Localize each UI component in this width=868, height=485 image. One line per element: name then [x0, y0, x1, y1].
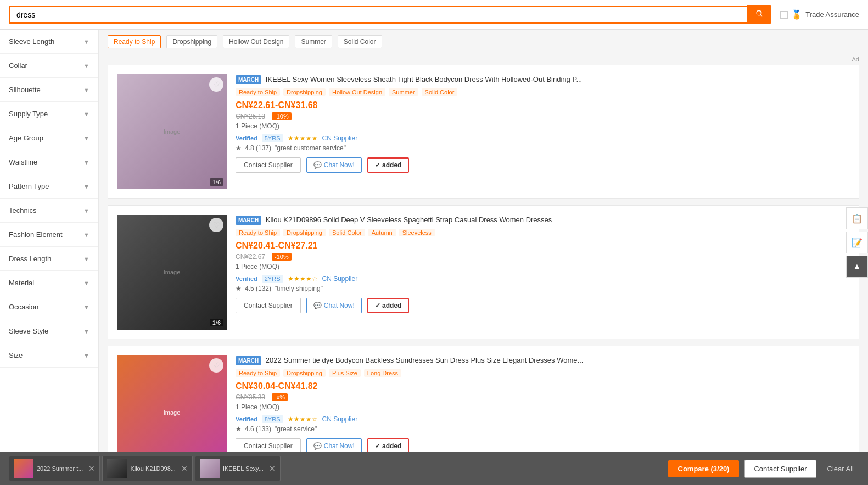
march-badge: MARCH [236, 356, 261, 365]
tag-ready[interactable]: Ready to Ship [236, 88, 280, 96]
top-button[interactable]: ▲ [846, 256, 868, 278]
sidebar-item-age-group[interactable]: Age Group ▼ [0, 126, 98, 150]
image-counter: 1/6 [210, 178, 223, 186]
compare-item: IKEBEL Sexy... ✕ [195, 456, 281, 481]
discount-badge: -x% [272, 393, 288, 401]
product-image-1[interactable]: Image ♡ 1/6 [117, 74, 227, 189]
tag-dropshipping[interactable]: Dropshipping [283, 229, 326, 236]
compare-item-close[interactable]: ✕ [181, 464, 188, 473]
filter-tag-ready-to-ship[interactable]: Ready to Ship [108, 35, 161, 48]
chat-now-button[interactable]: 💬 Chat Now! [306, 298, 362, 313]
clear-all-button[interactable]: Clear All [822, 460, 859, 477]
verified-badge: Verified [236, 135, 257, 142]
contact-supplier-button[interactable]: Contact Supplier [236, 157, 301, 173]
years-badge: 2YRS [262, 275, 283, 283]
wishlist-button[interactable]: ♡ [209, 358, 223, 373]
tag-hollow[interactable]: Hollow Out Design [329, 88, 385, 96]
chat-now-button[interactable]: 💬 Chat Now! [306, 438, 362, 454]
march-badge: MARCH [236, 216, 261, 225]
added-button[interactable]: ✓ added [367, 157, 410, 173]
product-image-2[interactable]: Image ♡ 1/6 [117, 215, 227, 330]
search-input[interactable] [9, 6, 747, 24]
sidebar-item-occasion[interactable]: Occasion ▼ [0, 295, 98, 319]
wishlist-button[interactable]: ♡ [209, 77, 223, 92]
chat-icon: 💬 [313, 442, 322, 450]
rfq-button[interactable]: 📋 [846, 207, 868, 229]
tag-dropshipping[interactable]: Dropshipping [283, 88, 326, 96]
chat-icon: 💬 [313, 302, 322, 309]
product-title-text: Kliou K21D09896 Solid Deep V Sleeveless … [266, 216, 552, 224]
chevron-down-icon: ▼ [83, 38, 89, 45]
product-title[interactable]: MARCH IKEBEL Sexy Women Sleeveless Sheat… [236, 74, 850, 85]
product-card: Image ♡ 1/6 MARCH IKEBEL Sexy Women Slee… [108, 65, 859, 199]
compare-item-close[interactable]: ✕ [269, 464, 276, 473]
sidebar-item-supply-type[interactable]: Supply Type ▼ [0, 102, 98, 126]
tag-dropshipping[interactable]: Dropshipping [283, 369, 326, 377]
supplier-link[interactable]: CN Supplier [322, 134, 358, 142]
product-title[interactable]: MARCH Kliou K21D09896 Solid Deep V Sleev… [236, 215, 850, 225]
trade-assurance-checkbox[interactable] [780, 11, 788, 19]
tag-long-dress[interactable]: Long Dress [364, 369, 401, 377]
price-range: CN¥20.41-CN¥27.21 [236, 241, 850, 251]
order-button[interactable]: 📝 [846, 232, 868, 253]
contact-supplier-button[interactable]: Contact Supplier [236, 298, 301, 313]
trade-assurance[interactable]: 🏅 Trade Assurance [780, 9, 859, 20]
product-tags: Ready to Ship Dropshipping Hollow Out De… [236, 88, 850, 96]
tag-autumn[interactable]: Autumn [368, 229, 396, 236]
product-card: Image ♡ 1/6 MARCH Kliou K21D09896 Solid … [108, 205, 859, 339]
stars-rating: ★ [236, 425, 242, 433]
sidebar-item-label: Age Group [9, 134, 43, 142]
compare-items-wrap: 2022 Summer t... ✕ Kliou K21D098... ✕ IK… [9, 456, 281, 481]
march-badge: MARCH [236, 75, 261, 84]
sidebar-item-waistline[interactable]: Waistline ▼ [0, 150, 98, 174]
sidebar-item-sleeve-style[interactable]: Sleeve Style ▼ [0, 319, 98, 343]
product-info: MARCH IKEBEL Sexy Women Sleeveless Sheat… [236, 74, 850, 189]
sidebar-item-label: Supply Type [9, 110, 48, 118]
years-badge: 5YRS [262, 134, 283, 142]
rating-count: 4.8 (137) [245, 144, 271, 152]
sidebar-item-technics[interactable]: Technics ▼ [0, 199, 98, 223]
added-button[interactable]: ✓ added [367, 298, 410, 313]
search-icon [755, 9, 764, 18]
tag-solid[interactable]: Solid Color [422, 88, 458, 96]
compare-label: 2022 Summer t... [37, 465, 83, 472]
tag-summer[interactable]: Summer [389, 88, 418, 96]
sidebar-item-material[interactable]: Material ▼ [0, 271, 98, 295]
added-button[interactable]: ✓ added [367, 438, 410, 454]
sidebar-item-fashion-element[interactable]: Fashion Element ▼ [0, 223, 98, 247]
tag-solid-color[interactable]: Solid Color [329, 229, 365, 236]
contact-supplier-button[interactable]: Contact Supplier [236, 438, 301, 454]
compare-item-close[interactable]: ✕ [88, 464, 95, 473]
chevron-down-icon: ▼ [83, 256, 89, 262]
supplier-link[interactable]: CN Supplier [322, 415, 358, 423]
stars: ★★★★★ [288, 134, 318, 142]
sidebar-item-dress-length[interactable]: Dress Length ▼ [0, 247, 98, 271]
sidebar-item-label: Silhouette [9, 86, 41, 94]
filter-tag-summer[interactable]: Summer [295, 35, 332, 48]
chat-now-button[interactable]: 💬 Chat Now! [306, 157, 362, 173]
review-text: "timely shipping" [275, 285, 323, 292]
wishlist-button[interactable]: ♡ [209, 218, 223, 232]
sidebar-item-collar[interactable]: Collar ▼ [0, 54, 98, 78]
action-row: Contact Supplier 💬 Chat Now! ✓ added [236, 298, 850, 313]
sidebar-item-silhouette[interactable]: Silhouette ▼ [0, 78, 98, 102]
filter-tag-dropshipping[interactable]: Dropshipping [166, 35, 217, 48]
sidebar-item-size[interactable]: Size ▼ [0, 343, 98, 368]
trade-assurance-icon: 🏅 [791, 9, 802, 20]
tag-plus-size[interactable]: Plus Size [329, 369, 361, 377]
tag-ready[interactable]: Ready to Ship [236, 229, 280, 236]
filter-tag-solid-color[interactable]: Solid Color [338, 35, 382, 48]
supplier-link[interactable]: CN Supplier [322, 275, 358, 283]
search-button[interactable] [747, 5, 771, 24]
tag-ready[interactable]: Ready to Ship [236, 369, 280, 377]
filter-tag-hollow-out[interactable]: Hollow Out Design [223, 35, 289, 48]
product-title[interactable]: MARCH 2022 Summer tie dye Bodycon Backle… [236, 355, 850, 366]
compare-button[interactable]: Compare (3/20) [668, 460, 740, 477]
tag-sleeveless[interactable]: Sleeveless [399, 229, 435, 236]
verified-badge: Verified [236, 275, 257, 282]
sidebar-item-pattern-type[interactable]: Pattern Type ▼ [0, 174, 98, 199]
sidebar-item-sleeve-length[interactable]: Sleeve Length ▼ [0, 30, 98, 54]
contact-supplier-compare-button[interactable]: Contact Supplier [744, 460, 816, 478]
supplier-row: Verified 8YRS ★★★★☆ CN Supplier [236, 415, 850, 423]
sidebar-item-label: Collar [9, 61, 27, 70]
